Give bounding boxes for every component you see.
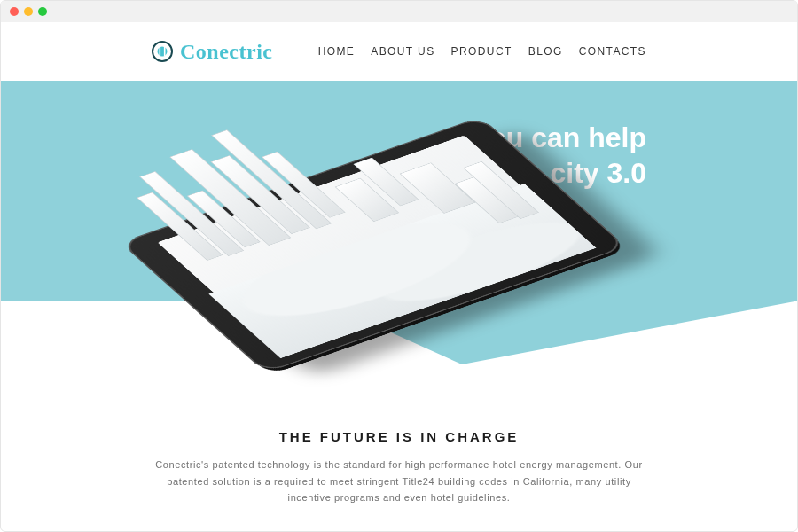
svg-rect-3 xyxy=(164,47,166,56)
window-minimize-icon[interactable] xyxy=(24,7,33,16)
nav-contacts[interactable]: CONTACTS xyxy=(579,45,646,58)
brand-name: Conectric xyxy=(180,40,272,64)
window-chrome xyxy=(1,1,797,22)
intro-body: Conectric's patented technology is the s… xyxy=(152,457,646,506)
nav-product[interactable]: PRODUCT xyxy=(451,45,512,58)
svg-point-1 xyxy=(158,47,168,57)
primary-nav: HOME ABOUT US PRODUCT BLOG CONTACTS xyxy=(318,45,646,58)
browser-frame: Conectric HOME ABOUT US PRODUCT BLOG CON… xyxy=(0,0,798,532)
brand[interactable]: Conectric xyxy=(152,40,272,64)
site-header: Conectric HOME ABOUT US PRODUCT BLOG CON… xyxy=(1,22,797,81)
page-viewport: Conectric HOME ABOUT US PRODUCT BLOG CON… xyxy=(1,22,797,531)
intro-section: THE FUTURE IS IN CHARGE Conectric's pate… xyxy=(1,429,797,531)
window-zoom-icon[interactable] xyxy=(38,7,47,16)
hero-section: You can help build a city 3.0 xyxy=(1,81,797,380)
window-close-icon[interactable] xyxy=(10,7,19,16)
nav-about[interactable]: ABOUT US xyxy=(371,45,434,58)
nav-blog[interactable]: BLOG xyxy=(528,45,563,58)
nav-home[interactable]: HOME xyxy=(318,45,356,58)
intro-title: THE FUTURE IS IN CHARGE xyxy=(152,429,646,444)
svg-rect-2 xyxy=(160,47,161,56)
brand-logo-icon xyxy=(152,41,173,62)
